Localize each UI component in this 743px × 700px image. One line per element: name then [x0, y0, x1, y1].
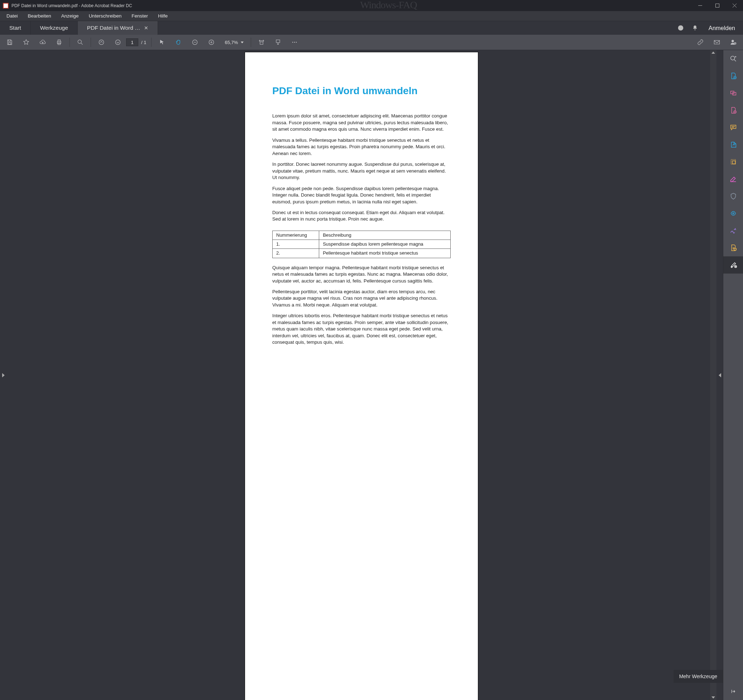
notification-bell-icon[interactable]: [691, 24, 699, 31]
scroll-up-icon[interactable]: [712, 52, 715, 54]
maximize-button[interactable]: [709, 0, 726, 11]
tab-document-label: PDF Datei in Word …: [87, 25, 141, 31]
pdf-page: PDF Datei in Word umwandeln Lorem ipsum …: [245, 52, 478, 700]
find-icon[interactable]: [72, 35, 89, 50]
menu-unterschreiben[interactable]: Unterschreiben: [84, 12, 127, 20]
doc-heading: PDF Datei in Word umwandeln: [272, 84, 451, 98]
svg-point-25: [731, 40, 734, 42]
doc-paragraph: Integer ultrices lobortis eros. Pellente…: [272, 313, 451, 346]
tab-document[interactable]: PDF Datei in Word … ✕: [78, 21, 158, 35]
svg-point-5: [694, 30, 696, 30]
main-toolbar: / 1 65,7%: [0, 35, 743, 50]
left-pane-toggle[interactable]: [0, 50, 6, 700]
zoom-in-icon[interactable]: [203, 35, 220, 50]
scroll-down-icon[interactable]: [712, 696, 715, 699]
menu-anzeige[interactable]: Anzeige: [56, 12, 84, 20]
send-for-comments-tool-icon[interactable]: [723, 239, 743, 256]
zoom-out-icon[interactable]: [186, 35, 203, 50]
print-icon[interactable]: [51, 35, 67, 50]
redact-tool-icon[interactable]: [723, 170, 743, 188]
svg-text:?: ?: [679, 26, 681, 30]
table-cell: Pellentesque habitant morbi tristique se…: [319, 249, 451, 258]
svg-rect-19: [260, 42, 263, 44]
fit-width-icon[interactable]: [253, 35, 270, 50]
save-icon[interactable]: [1, 35, 18, 50]
fit-page-icon[interactable]: [270, 35, 286, 50]
login-button[interactable]: Anmelden: [709, 25, 735, 31]
edit-pdf-tool-icon[interactable]: [723, 102, 743, 119]
tab-start[interactable]: Start: [0, 21, 31, 35]
page-number-input[interactable]: [126, 38, 138, 46]
collapse-pane-icon[interactable]: [723, 683, 743, 700]
search-tool-icon[interactable]: [723, 50, 743, 67]
table-header: Beschreibung: [319, 230, 451, 239]
table-header: Nummerierung: [272, 230, 319, 239]
vertical-scrollbar[interactable]: [710, 50, 716, 700]
svg-rect-8: [58, 40, 61, 41]
svg-point-21: [292, 42, 293, 43]
tab-start-label: Start: [9, 25, 21, 31]
cloud-upload-icon[interactable]: [34, 35, 51, 50]
selection-tool-icon[interactable]: [154, 35, 170, 50]
zoom-value-label: 65,7%: [225, 40, 238, 45]
right-pane-toggle[interactable]: [716, 50, 723, 700]
export-pdf-tool-icon[interactable]: [723, 136, 743, 153]
tab-tools-label: Werkzeuge: [40, 25, 68, 31]
doc-paragraph: Fusce aliquet pede non pede. Suspendisse…: [272, 186, 451, 205]
doc-paragraph: Quisque aliquam tempor magna. Pellentesq…: [272, 264, 451, 284]
more-tools-tooltip: Mehr Werkzeuge: [673, 670, 723, 683]
combine-files-tool-icon[interactable]: [723, 84, 743, 102]
page-down-icon[interactable]: [110, 35, 126, 50]
svg-rect-46: [734, 248, 736, 250]
svg-rect-9: [58, 43, 61, 45]
optimize-tool-icon[interactable]: [723, 205, 743, 222]
close-button[interactable]: [726, 0, 743, 11]
doc-paragraph: Pellentesque porttitor, velit lacinia eg…: [272, 289, 451, 308]
menu-bearbeiten[interactable]: Bearbeiten: [23, 12, 56, 20]
help-icon[interactable]: ?: [677, 24, 684, 31]
hand-tool-icon[interactable]: [170, 35, 186, 50]
zoom-dropdown[interactable]: 65,7%: [220, 35, 249, 50]
svg-point-23: [296, 42, 297, 43]
doc-paragraph: Lorem ipsum dolor sit amet, consectetuer…: [272, 113, 451, 133]
create-pdf-tool-icon[interactable]: [723, 67, 743, 84]
svg-rect-20: [276, 40, 280, 43]
minimize-button[interactable]: [691, 0, 709, 11]
menu-datei[interactable]: Datei: [1, 12, 23, 20]
title-bar: PDF Datei in Word umwandeln.pdf - Adobe …: [0, 0, 743, 11]
svg-point-10: [78, 40, 81, 43]
fill-sign-tool-icon[interactable]: [723, 222, 743, 239]
tool-pane: Mehr Werkzeuge: [723, 50, 743, 700]
tab-tools[interactable]: Werkzeuge: [31, 21, 78, 35]
watermark-text: Windows-FAQ: [360, 0, 417, 11]
window-title: PDF Datei in Word umwandeln.pdf - Adobe …: [12, 3, 132, 8]
table-cell: 1.: [272, 240, 319, 249]
tab-close-icon[interactable]: ✕: [144, 25, 148, 31]
menu-bar: Datei Bearbeiten Anzeige Unterschreiben …: [0, 11, 743, 21]
svg-rect-24: [714, 40, 720, 44]
svg-line-30: [734, 60, 736, 62]
more-tools-button[interactable]: [723, 256, 743, 273]
share-person-icon[interactable]: [725, 35, 742, 50]
protect-tool-icon[interactable]: [723, 188, 743, 205]
main-area: PDF Datei in Word umwandeln Lorem ipsum …: [0, 50, 743, 700]
doc-paragraph: In porttitor. Donec laoreet nonummy augu…: [272, 161, 451, 181]
svg-point-12: [99, 40, 104, 44]
page-up-icon[interactable]: [93, 35, 110, 50]
svg-rect-44: [732, 161, 735, 164]
menu-fenster[interactable]: Fenster: [126, 12, 153, 20]
svg-point-22: [294, 42, 295, 43]
svg-rect-6: [9, 43, 11, 44]
email-icon[interactable]: [709, 35, 725, 50]
organize-pages-tool-icon[interactable]: [723, 153, 743, 170]
acrobat-app-icon: [3, 3, 9, 9]
svg-point-45: [733, 213, 734, 214]
comment-tool-icon[interactable]: [723, 119, 743, 136]
star-icon[interactable]: [18, 35, 34, 50]
document-viewport[interactable]: PDF Datei in Word umwandeln Lorem ipsum …: [6, 50, 716, 700]
svg-point-13: [115, 40, 120, 44]
menu-hilfe[interactable]: Hilfe: [153, 12, 173, 20]
more-options-icon[interactable]: [286, 35, 303, 50]
share-link-icon[interactable]: [692, 35, 709, 50]
page-count-label: / 1: [141, 40, 146, 45]
